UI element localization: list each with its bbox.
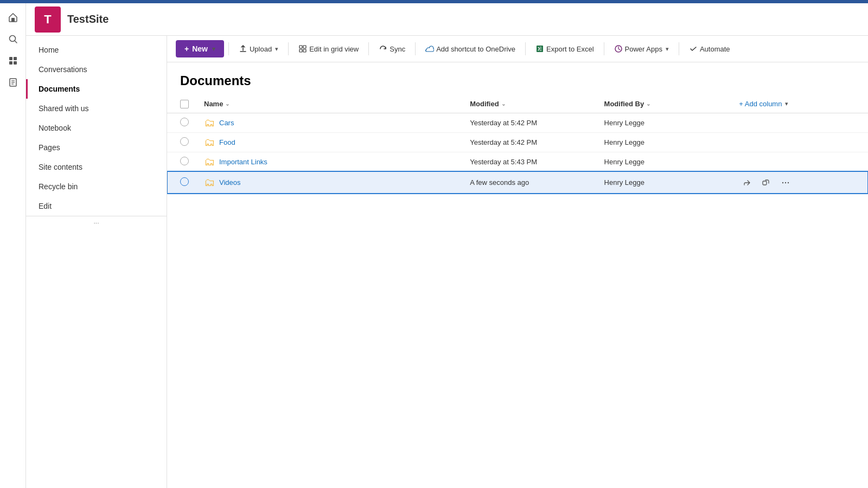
modified-by-important-links: Henry Legge bbox=[598, 152, 733, 171]
power-apps-button[interactable]: Power Apps ▾ bbox=[609, 41, 674, 56]
site-name: TestSite bbox=[67, 13, 108, 25]
excel-icon bbox=[535, 44, 544, 53]
svg-rect-13 bbox=[299, 49, 302, 52]
col-header-name[interactable]: Name ⌄ bbox=[197, 95, 463, 113]
new-chevron-icon: ▾ bbox=[212, 46, 215, 53]
name-sort-icon: ⌄ bbox=[225, 101, 229, 107]
folder-name-important-links[interactable]: Important Links bbox=[219, 158, 267, 166]
row-radio-important-links[interactable] bbox=[180, 157, 189, 165]
nav-expand-handle[interactable]: ··· bbox=[26, 216, 167, 229]
svg-rect-5 bbox=[9, 61, 12, 65]
folder-name-videos[interactable]: Videos bbox=[219, 178, 241, 187]
folder-icon-videos: 🗂 bbox=[204, 176, 215, 189]
nav-item-documents[interactable]: Documents bbox=[26, 79, 167, 99]
toolbar-divider-1 bbox=[228, 42, 229, 55]
svg-point-20 bbox=[788, 182, 789, 183]
folder-icon-food: 🗂 bbox=[204, 136, 215, 149]
svg-rect-14 bbox=[303, 49, 306, 52]
icon-rail bbox=[0, 3, 26, 488]
nav-item-home[interactable]: Home bbox=[26, 40, 167, 60]
col-header-modified[interactable]: Modified ⌄ bbox=[463, 95, 597, 113]
power-apps-icon bbox=[614, 44, 623, 53]
onedrive-icon bbox=[425, 44, 434, 53]
svg-rect-12 bbox=[303, 46, 306, 48]
automate-button[interactable]: Automate bbox=[684, 41, 736, 56]
sync-icon bbox=[379, 44, 387, 53]
col-header-modified-by[interactable]: Modified By ⌄ bbox=[598, 95, 733, 113]
apps-icon[interactable] bbox=[3, 51, 23, 70]
svg-rect-17 bbox=[763, 181, 767, 185]
site-logo: T bbox=[35, 7, 61, 33]
modified-by-food: Henry Legge bbox=[598, 132, 733, 152]
share-icon[interactable] bbox=[739, 175, 754, 190]
site-header: T TestSite bbox=[26, 3, 868, 36]
nav-item-pages[interactable]: Pages bbox=[26, 138, 167, 157]
nav-item-site-contents[interactable]: Site contents bbox=[26, 157, 167, 177]
folder-icon-cars: 🗂 bbox=[204, 117, 215, 129]
more-actions-icon[interactable] bbox=[778, 175, 793, 190]
toolbar-divider-6 bbox=[604, 42, 604, 55]
sync-button[interactable]: Sync bbox=[373, 41, 411, 56]
automate-icon bbox=[689, 44, 698, 53]
modified-food: Yesterday at 5:42 PM bbox=[463, 132, 597, 152]
nav-item-shared-with-us[interactable]: Shared with us bbox=[26, 99, 167, 118]
row-radio-cars[interactable] bbox=[180, 118, 189, 126]
folder-icon-important-links: 🗂 bbox=[204, 156, 215, 168]
notes-icon[interactable] bbox=[3, 73, 23, 92]
row-radio-food[interactable] bbox=[180, 137, 189, 146]
documents-main: Documents Name ⌄ bbox=[167, 62, 868, 488]
documents-title: Documents bbox=[167, 62, 868, 95]
grid-icon bbox=[298, 44, 307, 53]
svg-line-2 bbox=[15, 41, 17, 43]
svg-point-19 bbox=[785, 182, 786, 183]
modified-by-sort-icon: ⌄ bbox=[646, 101, 650, 107]
upload-button[interactable]: Upload ▾ bbox=[233, 41, 284, 56]
table-row[interactable]: 🗂 Food Yesterday at 5:42 PM Henry Legge bbox=[167, 132, 868, 152]
toolbar-divider-3 bbox=[368, 42, 369, 55]
toolbar-divider-5 bbox=[525, 42, 526, 55]
svg-rect-11 bbox=[299, 46, 302, 48]
select-all-checkbox[interactable] bbox=[180, 100, 189, 108]
row-radio-videos[interactable] bbox=[180, 177, 189, 186]
toolbar-divider-4 bbox=[415, 42, 416, 55]
add-shortcut-button[interactable]: Add shortcut to OneDrive bbox=[420, 41, 521, 56]
svg-point-18 bbox=[782, 182, 783, 183]
upload-icon bbox=[239, 44, 247, 53]
table-row[interactable]: 🗂 Cars Yesterday at 5:42 PM Henry Legge bbox=[167, 113, 868, 132]
documents-table: Name ⌄ Modified ⌄ bbox=[167, 95, 868, 194]
modified-important-links: Yesterday at 5:43 PM bbox=[463, 152, 597, 171]
home-icon[interactable] bbox=[3, 8, 23, 27]
add-col-chevron-icon: ▾ bbox=[785, 100, 788, 107]
modified-sort-icon: ⌄ bbox=[501, 101, 506, 107]
modified-cars: Yesterday at 5:42 PM bbox=[463, 113, 597, 132]
toolbar-divider-2 bbox=[288, 42, 289, 55]
folder-name-cars[interactable]: Cars bbox=[219, 119, 234, 127]
export-excel-button[interactable]: Export to Excel bbox=[530, 41, 599, 56]
power-apps-chevron-icon: ▾ bbox=[666, 46, 669, 53]
search-icon[interactable] bbox=[3, 29, 23, 49]
nav-item-edit[interactable]: Edit bbox=[26, 196, 167, 216]
svg-rect-3 bbox=[9, 57, 12, 60]
toolbar-divider-7 bbox=[679, 42, 679, 55]
svg-rect-0 bbox=[11, 18, 15, 22]
modified-by-cars: Henry Legge bbox=[598, 113, 733, 132]
svg-rect-6 bbox=[14, 61, 17, 65]
nav-item-conversations[interactable]: Conversations bbox=[26, 60, 167, 79]
row-actions-videos bbox=[739, 175, 861, 190]
modified-by-videos: Henry Legge bbox=[598, 171, 733, 194]
edit-grid-button[interactable]: Edit in grid view bbox=[293, 41, 364, 56]
table-row-videos[interactable]: 🗂 Videos A few seconds ago Henry Legge bbox=[167, 171, 868, 194]
col-header-add-column[interactable]: + Add column ▾ bbox=[732, 95, 868, 113]
left-nav: Home Conversations Documents Shared with… bbox=[26, 36, 167, 488]
upload-chevron-icon: ▾ bbox=[275, 46, 278, 53]
table-row[interactable]: 🗂 Important Links Yesterday at 5:43 PM H… bbox=[167, 152, 868, 171]
copy-link-icon[interactable] bbox=[758, 175, 774, 190]
nav-item-recycle-bin[interactable]: Recycle bin bbox=[26, 177, 167, 196]
toolbar: + New ▾ Upload ▾ bbox=[167, 36, 868, 62]
modified-videos: A few seconds ago bbox=[463, 171, 597, 194]
svg-rect-4 bbox=[14, 57, 17, 60]
nav-item-notebook[interactable]: Notebook bbox=[26, 118, 167, 138]
new-button[interactable]: + New ▾ bbox=[176, 40, 224, 57]
folder-name-food[interactable]: Food bbox=[219, 138, 235, 146]
